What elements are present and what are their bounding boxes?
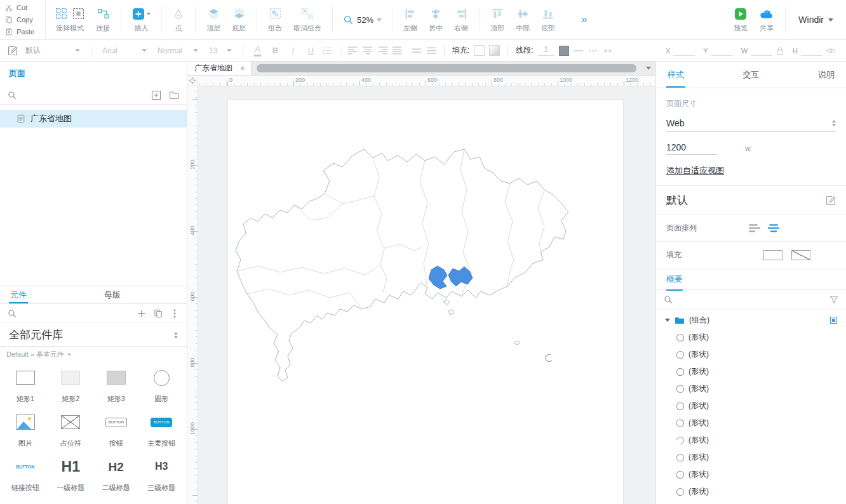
insert-button[interactable]: 插入 (126, 7, 156, 33)
outline-shape-row[interactable]: (形状) (656, 363, 846, 380)
tab-notes[interactable]: 说明 (818, 62, 835, 88)
align-center-button[interactable]: 居中 (423, 7, 448, 33)
widget-item[interactable]: BUTTON 主要按钮 (139, 408, 185, 453)
align-bottom-button[interactable]: 底部 (535, 7, 561, 33)
widget-item[interactable]: H2 二级标题 (93, 453, 139, 497)
point-tool-button[interactable]: 点 (167, 7, 190, 33)
page-item[interactable]: 广东省地图 (0, 110, 187, 128)
widget-item[interactable]: 矩形2 (48, 364, 94, 408)
style-preset-select[interactable]: 默认 (22, 43, 83, 58)
paste-button[interactable]: Paste (5, 26, 40, 37)
edit-style-icon[interactable] (826, 196, 836, 206)
group-select-indicator[interactable] (830, 317, 837, 324)
duplicate-icon[interactable] (154, 309, 163, 318)
kebab-menu-icon[interactable] (170, 309, 179, 318)
widgets-search-row[interactable] (0, 304, 187, 323)
outline-shape-row[interactable]: (形状) (656, 380, 846, 397)
align-left-button[interactable]: 左侧 (398, 7, 423, 33)
y-input[interactable] (711, 46, 733, 56)
text-align-justify-icon[interactable] (392, 46, 402, 56)
italic-button[interactable]: I (286, 46, 300, 55)
select-intersect-icon[interactable] (55, 8, 67, 20)
outline-shape-row[interactable]: (形状) (656, 329, 846, 346)
outline-shape-row[interactable]: (形状) (656, 483, 846, 500)
fill-none-swatch[interactable] (791, 250, 810, 260)
edit-style-icon[interactable] (8, 46, 18, 56)
widget-item[interactable]: H1 一级标题 (48, 453, 94, 497)
paragraph-spacing-icon[interactable] (426, 46, 436, 56)
text-align-left-icon[interactable] (348, 46, 358, 56)
canvas-body[interactable]: 020040060080010001200 2004006008001000 (187, 76, 655, 504)
add-folder-icon[interactable] (169, 90, 179, 100)
close-icon[interactable]: × (240, 64, 245, 72)
canvas-tab[interactable]: 广东省地图 × (187, 62, 252, 75)
fill-color-swatch[interactable] (474, 45, 485, 56)
page-size-select[interactable]: Web (666, 114, 836, 132)
h-input[interactable] (801, 46, 822, 56)
line-width-input[interactable]: 1 (538, 45, 554, 56)
select-contain-icon[interactable] (72, 8, 84, 20)
group-button[interactable]: 组合 (262, 7, 288, 33)
select-mode-button[interactable]: 选择模式 (50, 7, 90, 33)
bold-button[interactable]: B (269, 46, 282, 55)
align-right-button[interactable]: 右侧 (448, 7, 474, 33)
line-style-dashed-icon[interactable] (588, 46, 598, 56)
outline-shape-row[interactable]: (形状) (656, 466, 846, 483)
copy-button[interactable]: Copy (5, 15, 40, 25)
widget-item[interactable]: 圆形 (139, 364, 185, 408)
category-breadcrumb[interactable]: Default » 基本元件 (0, 347, 187, 361)
font-color-button[interactable]: A (251, 44, 264, 56)
ruler-origin-button[interactable] (187, 76, 198, 86)
pages-search-row[interactable] (0, 86, 187, 105)
outline-group-row[interactable]: (组合) (656, 312, 846, 329)
outline-shape-row[interactable]: (形状) (656, 449, 846, 466)
outline-shape-row[interactable]: (形状) (656, 346, 846, 363)
bullet-list-icon[interactable] (322, 46, 332, 56)
align-middle-button[interactable]: 中部 (510, 7, 535, 33)
widget-item[interactable]: 矩形1 (3, 364, 48, 408)
add-library-icon[interactable] (137, 309, 146, 318)
outline-shape-row[interactable]: (形状) (656, 397, 846, 414)
text-align-center-icon[interactable] (363, 46, 373, 56)
user-menu[interactable]: Windir (791, 15, 846, 25)
widget-item[interactable]: H3 三级标题 (139, 453, 185, 497)
tab-interaction[interactable]: 交互 (743, 62, 760, 88)
lock-ratio-icon[interactable] (775, 46, 784, 55)
connect-button[interactable]: 连接 (90, 7, 116, 33)
chevron-down-icon[interactable] (665, 319, 670, 322)
align-top-button[interactable]: 顶部 (485, 7, 510, 33)
ungroup-button[interactable]: 取消组合 (288, 7, 327, 33)
fill-white-swatch[interactable] (763, 250, 782, 260)
adaptive-views-link[interactable]: 添加自适应视图 (666, 165, 724, 176)
tab-overflow-button[interactable] (641, 62, 655, 75)
outline-search-row[interactable] (656, 290, 846, 309)
more-tools-button[interactable]: » (575, 13, 594, 26)
send-to-back-button[interactable]: 底层 (226, 7, 252, 33)
page-canvas[interactable] (227, 99, 624, 504)
share-button[interactable]: 共享 (753, 7, 780, 33)
font-family-select[interactable]: Arial (99, 43, 150, 58)
widget-item[interactable]: 图片 (3, 408, 48, 453)
fill-gradient-swatch[interactable] (489, 45, 500, 56)
bring-to-front-button[interactable]: 顶层 (201, 7, 226, 33)
w-input[interactable] (751, 46, 772, 56)
tab-style[interactable]: 样式 (668, 62, 684, 88)
cut-button[interactable]: Cut (5, 3, 40, 13)
tab-masters[interactable]: 母版 (104, 286, 121, 303)
page-width-input[interactable]: 1200 (666, 142, 717, 155)
widget-item[interactable]: BUTTON 按钮 (93, 408, 139, 453)
preview-button[interactable]: 预览 (728, 7, 753, 33)
visibility-icon[interactable] (826, 46, 836, 56)
line-spacing-icon[interactable] (412, 46, 422, 56)
filter-icon[interactable] (829, 295, 838, 304)
tab-widgets[interactable]: 元件 (10, 286, 27, 303)
outline-shape-row[interactable]: (形状) (656, 432, 846, 449)
font-style-select[interactable]: Normal (154, 43, 201, 58)
text-align-right-icon[interactable] (377, 46, 387, 56)
line-arrow-icon[interactable] (603, 46, 613, 56)
line-color-swatch[interactable] (559, 46, 569, 56)
library-select[interactable]: 全部元件库 (0, 323, 187, 347)
zoom-control[interactable]: 52% (338, 15, 387, 25)
tab-scrollbar[interactable] (257, 64, 636, 72)
outline-shape-row[interactable]: (形状) (656, 414, 846, 432)
